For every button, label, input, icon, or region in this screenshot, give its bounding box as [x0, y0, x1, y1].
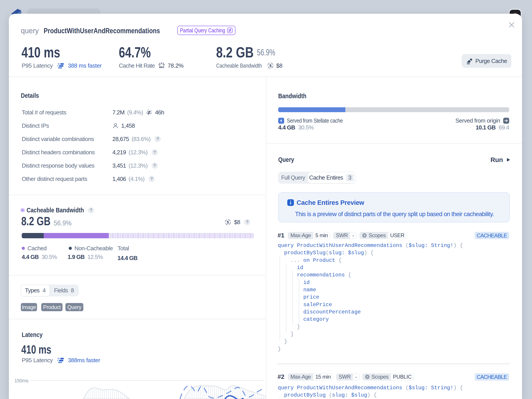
svg-text:MAX: MAX [159, 66, 165, 69]
svg-text:$: $ [227, 220, 229, 224]
svg-text:$: $ [269, 64, 272, 68]
